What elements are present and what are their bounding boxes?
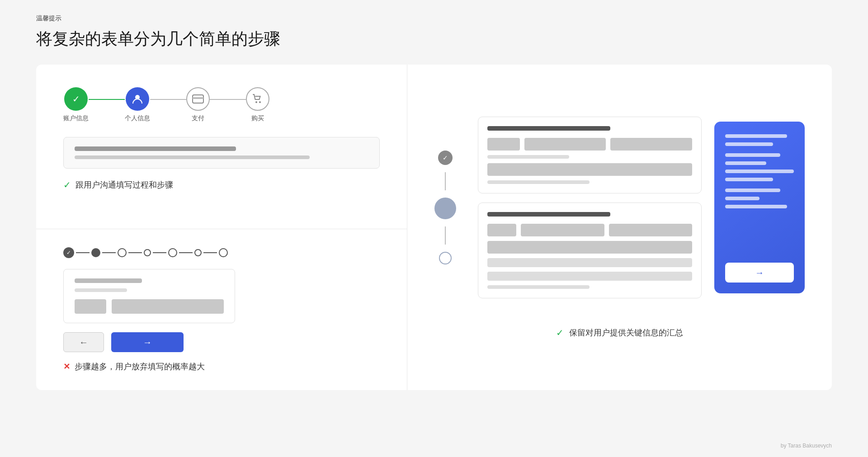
main-title: 将复杂的表单分为几个简单的步骤	[36, 28, 832, 50]
card1-block1	[487, 138, 520, 151]
card2-half	[487, 285, 590, 289]
bad-step-line-4	[153, 252, 166, 253]
step-circle-3	[186, 87, 210, 111]
bad-step-outline-2	[144, 249, 151, 256]
step-line-2	[150, 99, 186, 100]
blue-next-button[interactable]: →	[725, 263, 794, 283]
right-check-label: 保留对用户提供关键信息的汇总	[569, 327, 683, 338]
step-item-3: 支付	[186, 87, 210, 122]
card2-row1	[487, 224, 693, 236]
content-box: ✓ 账户信息 个人信息	[36, 65, 832, 390]
bad-form-fields-row	[75, 299, 224, 314]
step-item-4: 购买	[246, 87, 269, 122]
next-button[interactable]: →	[111, 332, 184, 352]
card1-block3	[610, 138, 692, 151]
step-label-1: 账户信息	[63, 114, 89, 122]
left-top-section: ✓ 账户信息 个人信息	[36, 65, 407, 229]
bad-step-filled-1	[91, 248, 100, 257]
right-panel: ✓	[407, 65, 832, 390]
right-check-row: ✓ 保留对用户提供关键信息的汇总	[556, 327, 683, 338]
good-check-row: ✓ 跟用户沟通填写过程和步骤	[63, 179, 380, 190]
bad-step-line-5	[179, 252, 193, 253]
step-item-1: ✓ 账户信息	[63, 87, 89, 122]
right-main-content: ✓	[434, 117, 805, 298]
step-line-3	[210, 99, 246, 100]
left-bottom-section: ✓	[36, 229, 407, 390]
step-label-3: 支付	[192, 114, 204, 122]
vert-circle-big	[434, 198, 456, 219]
card2-block2	[521, 224, 604, 236]
blue-line-8	[725, 197, 760, 200]
step-circle-2	[126, 87, 149, 111]
blue-line-6	[725, 178, 773, 181]
check-icon: ✓	[63, 179, 71, 190]
card2-block1	[487, 224, 517, 236]
bad-step-line-6	[203, 252, 217, 253]
right-card-2	[478, 203, 702, 298]
right-check-icon: ✓	[556, 327, 564, 338]
bad-step-outline-5	[219, 248, 228, 257]
card1-block2	[524, 138, 606, 151]
bad-cross-row: ✕ 步骤越多，用户放弃填写的概率越大	[63, 361, 380, 372]
card2-block3	[609, 224, 692, 236]
right-card-1	[478, 117, 702, 193]
bad-form-field-small	[75, 299, 106, 314]
step-circle-4	[246, 87, 269, 111]
card1-half	[487, 180, 590, 184]
step-circle-1: ✓	[64, 87, 88, 111]
step-label-2: 个人信息	[125, 114, 150, 122]
steps-row: ✓ 账户信息 个人信息	[63, 87, 380, 122]
bad-form-mock	[63, 269, 235, 323]
back-button[interactable]: ←	[63, 332, 104, 352]
blue-line-4	[725, 161, 766, 165]
card1-subtitle	[487, 155, 569, 159]
svg-rect-2	[193, 97, 203, 99]
footer-credit: by Taras Bakusevych	[781, 443, 832, 449]
vert-line-2	[445, 226, 446, 245]
bad-buttons-row: ← →	[63, 332, 380, 352]
step-line-1	[89, 99, 125, 100]
card1-title	[487, 126, 610, 131]
bad-form-subtitle	[75, 288, 127, 292]
vert-line-1	[445, 172, 446, 190]
blue-line-3	[725, 153, 780, 157]
blue-line-7	[725, 188, 780, 192]
form-light-line	[75, 155, 310, 159]
bad-step-outline-1	[118, 248, 127, 257]
step-item-2: 个人信息	[125, 87, 150, 122]
blue-summary-card: →	[714, 122, 805, 293]
card2-full-1	[487, 241, 693, 254]
cross-icon: ✕	[63, 362, 70, 372]
good-label: 跟用户沟通填写过程和步骤	[75, 179, 173, 190]
blue-line-5	[725, 170, 794, 173]
blue-line-9	[725, 205, 787, 208]
bad-step-outline-3	[168, 248, 177, 257]
vert-circle-small	[439, 252, 452, 264]
svg-point-4	[259, 101, 261, 103]
right-vertical-steps: ✓	[434, 151, 456, 264]
bad-step-line-3	[128, 252, 142, 253]
vert-check: ✓	[438, 151, 453, 165]
left-panel: ✓ 账户信息 个人信息	[36, 65, 407, 390]
form-dark-line	[75, 146, 236, 151]
card1-full-1	[487, 163, 693, 176]
warm-tip-label: 温馨提示	[36, 14, 832, 23]
bad-step-check: ✓	[63, 247, 74, 258]
card2-full-3	[487, 272, 693, 281]
card1-row1	[487, 138, 693, 151]
blue-line-2	[725, 142, 773, 146]
right-cards	[478, 117, 702, 298]
bad-form-title	[75, 278, 142, 283]
bad-form-field-wide	[112, 299, 224, 314]
step-label-4: 购买	[251, 114, 264, 122]
bad-step-line-1	[76, 252, 90, 253]
card2-title	[487, 212, 610, 217]
bad-label: 步骤越多，用户放弃填写的概率越大	[75, 361, 205, 372]
card2-full-2	[487, 258, 693, 267]
bad-step-line-2	[102, 252, 116, 253]
form-mock-good	[63, 137, 380, 169]
svg-point-3	[255, 101, 257, 103]
blue-line-1	[725, 134, 787, 138]
bad-step-outline-4	[194, 249, 202, 256]
bad-steps-row: ✓	[63, 247, 380, 258]
